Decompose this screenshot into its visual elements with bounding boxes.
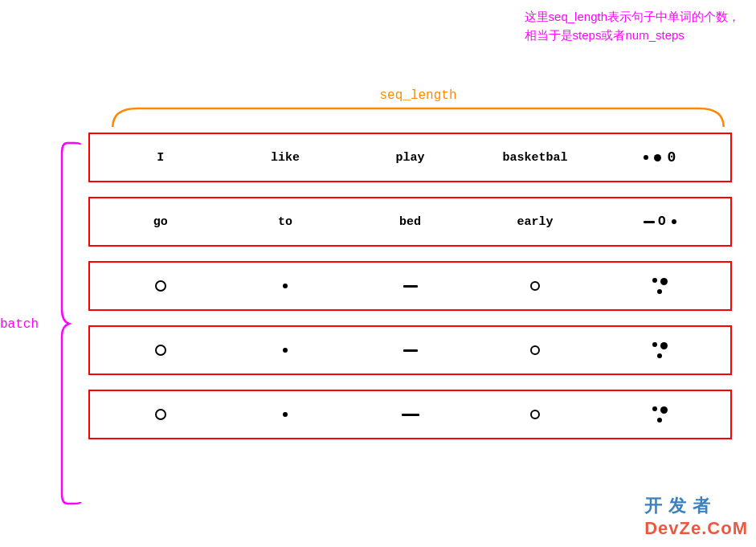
dot-1-5b [654,154,661,161]
dash-2-5a [644,221,655,223]
dot-3-5c [657,289,662,294]
cell-4-1 [98,345,223,356]
dash-5-3 [402,414,419,416]
dot-3-5a [652,278,657,283]
cell-5-3 [348,414,472,416]
annotation-line1: 这里seq_length表示句子中单词的个数， [525,10,740,23]
cell-2-1: go [98,215,223,229]
rows-container: I like play basketbal 0 go to bed early … [88,133,732,454]
circle-3-4 [530,281,540,291]
cell-3-5 [598,278,722,294]
O-2-5b: O [658,214,666,229]
dot-5-2 [283,412,288,417]
cell-1-4: basketbal [472,151,597,165]
cell-2-3: bed [348,215,472,229]
dot-3-5b [660,278,668,285]
cell-4-5 [598,342,722,358]
cell-5-4 [472,410,597,419]
dot-4-2 [283,348,288,353]
batch-label: batch [0,317,39,332]
cell-5-2 [223,412,347,417]
cell-3-3 [348,285,472,288]
cell-4-4 [472,345,597,355]
dot-1-5a [644,155,648,160]
row-1: I like play basketbal 0 [88,133,732,182]
row-3 [88,261,732,311]
annotation-line2: 相当于是steps或者num_steps [525,28,684,42]
cell-2-2: to [223,215,347,229]
row-5 [88,390,732,439]
cell-3-4 [472,281,597,291]
cell-3-1 [98,280,223,292]
annotation-text: 这里seq_length表示句子中单词的个数， 相当于是steps或者num_s… [525,8,740,44]
cell-3-2 [223,284,347,288]
row-4 [88,325,732,375]
seq-length-label: seq_length [379,88,456,103]
cell-2-5: O [598,214,722,229]
row-2: go to bed early O [88,197,732,247]
dot-4-5c [657,353,662,358]
dot-3-2 [283,284,288,288]
cell-1-5: 0 [598,149,722,165]
watermark: 开 发 者 DevZe.CoM [644,494,748,539]
dot-4-5a [652,342,657,347]
cell-2-4: early [472,215,597,229]
cell-5-5 [598,406,722,422]
zero-1: 0 [667,149,676,165]
circle-3-1 [155,280,166,292]
dot-2-5c [672,219,676,224]
cell-5-1 [98,409,223,420]
dot-4-5b [660,342,668,349]
circle-4-1 [155,345,166,356]
circle-5-4 [530,410,540,419]
batch-brace-svg [58,141,86,506]
dash-4-3 [403,349,418,352]
seq-length-container: seq_length [104,88,732,129]
cell-1-2: like [223,151,347,165]
watermark-text-1: 开 发 者 [644,496,711,516]
seq-length-brace-svg [104,104,732,129]
dash-3-3 [403,285,418,288]
circle-4-4 [530,345,540,355]
dot-5-5b [660,406,668,414]
dot-5-5c [657,418,662,422]
cell-1-3: play [348,151,472,165]
cell-1-1: I [98,151,223,165]
dot-5-5a [652,406,657,411]
circle-5-1 [155,409,166,420]
cell-4-3 [348,349,472,352]
watermark-text-2: DevZe.CoM [644,518,748,538]
cell-4-2 [223,348,347,353]
